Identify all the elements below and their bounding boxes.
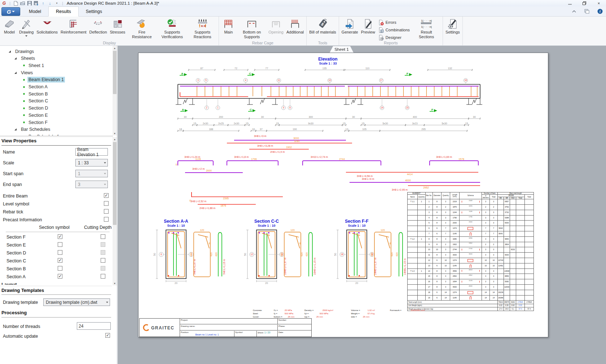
level-symbol-checkbox[interactable] bbox=[104, 201, 109, 206]
section-d-symbol-checkbox[interactable] bbox=[58, 250, 62, 255]
fire-resistance-button[interactable]: Fire Resistance bbox=[127, 17, 157, 40]
scroll-up-icon[interactable]: ▲ bbox=[113, 137, 117, 141]
collapse-ribbon-icon[interactable] bbox=[571, 8, 577, 14]
entire-beam-checkbox[interactable]: ✓ bbox=[104, 193, 109, 198]
svg-text:420: 420 bbox=[190, 252, 193, 257]
tree-item-section-b[interactable]: Section B bbox=[23, 90, 49, 97]
precast-information-checkbox[interactable] bbox=[104, 217, 109, 222]
scroll-down-icon[interactable]: ▼ bbox=[113, 131, 117, 136]
rebar-tick-checkbox[interactable] bbox=[104, 209, 109, 214]
expander-icon[interactable] bbox=[14, 72, 17, 74]
expander-icon[interactable] bbox=[14, 128, 17, 130]
maximize-button[interactable] bbox=[577, 0, 592, 6]
main-button[interactable]: Main bbox=[220, 17, 236, 35]
tree-item-section-f[interactable]: Section F bbox=[23, 119, 49, 126]
deflection-button[interactable]: Deflection bbox=[88, 17, 108, 35]
tree-item-views[interactable]: Views bbox=[14, 69, 34, 76]
reinforcement-button[interactable]: Reinforcement bbox=[60, 17, 88, 35]
properties-scrollbar[interactable]: ▲▼ bbox=[113, 137, 117, 285]
section-b-symbol-checkbox[interactable] bbox=[58, 266, 62, 271]
drawing-sheet[interactable]: ElevationScale 1 : 33877277135110132ACFA… bbox=[138, 53, 548, 337]
tree-item-section-e[interactable]: Section E bbox=[23, 112, 49, 119]
expander-icon[interactable] bbox=[14, 57, 17, 59]
scroll-up-icon[interactable]: ▲ bbox=[113, 46, 117, 50]
close-button[interactable]: × bbox=[592, 0, 606, 6]
bill-of-materials-button[interactable]: $Bill of materials bbox=[308, 17, 337, 35]
tree-item-bar-schedule-1[interactable]: Bar Schedule 1 bbox=[23, 133, 60, 136]
schedule-header: Schema bbox=[460, 192, 482, 199]
solicitations-button[interactable]: Solicitations bbox=[35, 17, 59, 35]
tree-item-section-c[interactable]: Section C bbox=[23, 98, 49, 105]
open-icon[interactable] bbox=[20, 1, 25, 6]
tree-item-beam-elevation-1[interactable]: Beam Elevation 1 bbox=[23, 76, 65, 83]
svg-text:18: 18 bbox=[341, 253, 343, 256]
model-button[interactable]: Model bbox=[1, 17, 17, 35]
threads-input[interactable]: 24 bbox=[77, 322, 111, 330]
tab-settings[interactable]: Settings bbox=[79, 6, 109, 17]
auto-update-checkbox[interactable]: ✓ bbox=[105, 333, 110, 338]
name-input[interactable]: Beam Elevation 1 bbox=[75, 148, 108, 156]
scroll-thumb[interactable] bbox=[113, 51, 117, 94]
svg-text:20: 20 bbox=[265, 282, 268, 284]
section-a-symbol-checkbox[interactable]: ✓ bbox=[58, 274, 62, 279]
drawing-template-select[interactable]: Drawing template (cm).dwt bbox=[43, 298, 110, 306]
generate-button[interactable]: Generate bbox=[341, 17, 359, 35]
errors-button[interactable]: Errors bbox=[377, 19, 411, 26]
end-span-select: 3 bbox=[75, 181, 108, 188]
bill-of-materials-icon: $ bbox=[317, 18, 329, 30]
preview-button[interactable]: Preview bbox=[360, 17, 376, 35]
stresses-button[interactable]: Stresses bbox=[109, 17, 127, 35]
start-span-select: 1 bbox=[75, 170, 108, 177]
svg-text:9x30: 9x30 bbox=[308, 122, 313, 125]
result-sections-button[interactable]: 1| · · · n|1| · · · n|Result Sections bbox=[412, 17, 441, 40]
section-f-depth-checkbox[interactable] bbox=[101, 234, 105, 239]
section-e-symbol-checkbox[interactable] bbox=[58, 242, 62, 247]
application-button[interactable]: G bbox=[1, 7, 20, 16]
supports-reactions-button[interactable]: RRSupports Reactions bbox=[188, 17, 217, 40]
designer-button[interactable]: Designer bbox=[377, 34, 411, 41]
new-document-icon[interactable] bbox=[13, 1, 18, 6]
windows-icon[interactable] bbox=[584, 8, 590, 14]
sheet-tab[interactable]: Sheet 1 bbox=[330, 46, 354, 53]
tab-model[interactable]: Model bbox=[22, 6, 48, 17]
expander-icon[interactable] bbox=[9, 50, 11, 53]
svg-text:10H6 L=1,15 m: 10H6 L=1,15 m bbox=[313, 258, 316, 275]
settings-button[interactable]: Settings bbox=[444, 17, 461, 35]
drawing-button[interactable]: Drawing bbox=[18, 17, 35, 37]
move-down-icon[interactable]: ↓ bbox=[48, 1, 52, 6]
tree-scrollbar[interactable]: ▲▼ bbox=[113, 46, 117, 136]
tree-item-bar-schedules[interactable]: Bar Schedules bbox=[14, 126, 51, 133]
svg-text:420: 420 bbox=[300, 252, 303, 257]
section-f-symbol-checkbox[interactable]: ✓ bbox=[58, 234, 62, 239]
tree-item-section-a[interactable]: Section A bbox=[23, 84, 49, 90]
qat-dropdown-icon[interactable]: ▾ bbox=[54, 1, 59, 6]
tree-item-sheets[interactable]: Sheets bbox=[14, 55, 36, 62]
note-text: fy = bbox=[274, 312, 277, 315]
additional-button[interactable]: Additional bbox=[285, 17, 305, 35]
svg-text:17: 17 bbox=[380, 79, 383, 81]
svg-text:132: 132 bbox=[448, 67, 452, 70]
section-c-depth-checkbox[interactable] bbox=[101, 258, 105, 263]
scroll-thumb[interactable] bbox=[113, 142, 117, 225]
move-up-icon[interactable]: ↑ bbox=[41, 1, 45, 6]
schedule-summary-row: Unit Weight (kg/m)0.220.390.620.33 bbox=[408, 304, 534, 307]
section-a-depth-checkbox[interactable] bbox=[101, 274, 105, 279]
scroll-down-icon[interactable]: ▼ bbox=[113, 281, 117, 285]
info-icon[interactable]: i bbox=[597, 8, 603, 14]
save-icon[interactable] bbox=[27, 1, 32, 6]
supports-verifications-button[interactable]: Supports Verifications bbox=[157, 17, 187, 40]
svg-text:F: F bbox=[431, 108, 433, 111]
scale-select[interactable]: 1 : 33 bbox=[75, 159, 108, 167]
tree-item-section-d[interactable]: Section D bbox=[23, 105, 49, 112]
section-c-symbol-checkbox[interactable]: ✓ bbox=[58, 258, 62, 263]
save-as-icon[interactable] bbox=[34, 1, 39, 6]
panel-splitter[interactable] bbox=[0, 136, 113, 137]
drawing-canvas[interactable]: Sheet 1 ElevationScale 1 : 3387727713511… bbox=[118, 46, 606, 364]
auto-update-label: Automatic update bbox=[3, 334, 38, 339]
tree-item-drawings[interactable]: Drawings bbox=[9, 48, 35, 55]
tab-results[interactable]: Results bbox=[48, 6, 79, 17]
minimize-button[interactable] bbox=[563, 0, 577, 6]
bottom-on-supports-button[interactable]: Bottom on Supports bbox=[237, 17, 267, 40]
tree-item-sheet-1[interactable]: Sheet 1 bbox=[23, 62, 45, 69]
combinations-button[interactable]: Combinations bbox=[377, 26, 411, 34]
